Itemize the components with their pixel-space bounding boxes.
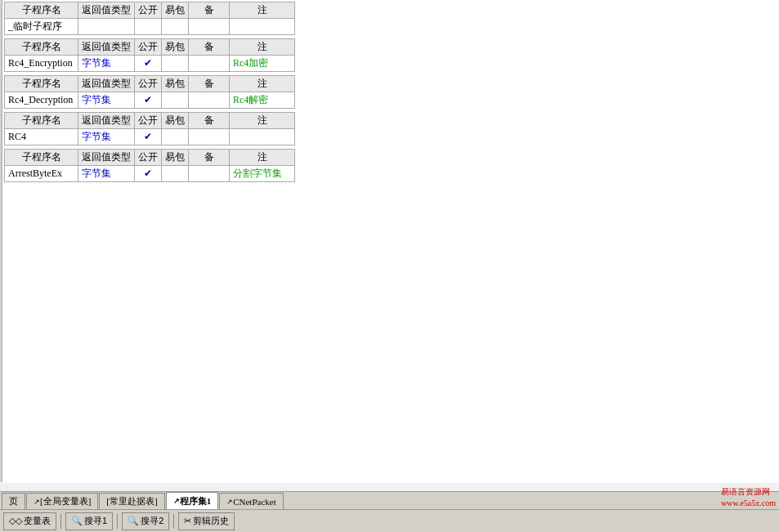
bottom-tabs: 页 ↗ [全局变量表] [常里赴据表] ↗ 程序集1 ↗ CNetPacket (0, 491, 779, 509)
tab-arrow-icon3: ↗ (226, 498, 233, 506)
cell-name: ArrestByteEx (5, 166, 78, 182)
col-header-note1: 备 (189, 113, 230, 129)
cell-remark: Rc4解密 (230, 92, 295, 109)
search1-button[interactable]: 🔍 搜寻1 (65, 512, 113, 530)
search1-icon: 🔍 (71, 516, 83, 526)
cell-type (78, 19, 135, 35)
col-header-note1: 备 (189, 39, 230, 56)
tab-program-set1[interactable]: ↗ 程序集1 (166, 492, 219, 509)
table-arrest: 子程序名 返回值类型 公开 易包 备 注 ArrestByteEx 字节集 ✔ … (4, 149, 295, 182)
cell-public: ✔ (135, 56, 162, 72)
col-header-note1: 备 (189, 76, 230, 92)
col-header-note1: 备 (189, 150, 230, 166)
cell-note1 (189, 56, 230, 72)
tab-page[interactable]: 页 (2, 493, 25, 509)
col-header-easy: 易包 (162, 76, 189, 92)
col-header-name: 子程序名 (5, 113, 78, 129)
cell-public: ✔ (135, 166, 162, 182)
tab-cnetpacket-label: CNetPacket (233, 497, 276, 507)
table-temp: 子程序名 返回值类型 公开 易包 备 注 _临时子程序 (4, 2, 295, 35)
col-header-type: 返回值类型 (78, 76, 135, 92)
cell-easy (162, 129, 189, 145)
col-header-note2: 注 (230, 76, 295, 92)
watermark: 易语言资源网 www.e5a5x.com (721, 486, 776, 507)
separator3 (173, 514, 174, 529)
cell-note1 (189, 92, 230, 109)
search2-button[interactable]: 🔍 搜寻2 (122, 512, 169, 530)
bottom-toolbar: ◇◇ 变量表 🔍 搜寻1 🔍 搜寻2 ✂ 剪辑历史 (0, 509, 779, 532)
cell-type: 字节集 (78, 129, 135, 145)
table-rc4: 子程序名 返回值类型 公开 易包 备 注 RC4 字节集 ✔ (4, 112, 295, 145)
col-header-public: 公开 (135, 150, 162, 166)
clip-icon: ✂ (184, 516, 191, 526)
table-row[interactable]: RC4 字节集 ✔ (5, 129, 295, 145)
cell-remark (230, 19, 295, 35)
cell-easy (162, 19, 189, 35)
variable-table-icon: ◇◇ (9, 516, 22, 526)
variable-table-label: 变量表 (24, 515, 51, 527)
col-header-name: 子程序名 (5, 76, 78, 92)
separator2 (117, 514, 118, 529)
cell-remark: 分割字节集 (230, 166, 295, 182)
cell-name: Rc4_Decryption (5, 92, 78, 109)
main-content: 子程序名 返回值类型 公开 易包 备 注 _临时子程序 子程序名 返回值类型 (0, 0, 779, 483)
table-row[interactable]: Rc4_Encryption 字节集 ✔ Rc4加密 (5, 56, 295, 72)
cell-type: 字节集 (78, 56, 135, 72)
cell-easy (162, 166, 189, 182)
tab-global-vars[interactable]: ↗ [全局变量表] (26, 493, 98, 509)
checkmark-icon: ✔ (144, 57, 152, 69)
checkmark-icon: ✔ (144, 131, 152, 142)
cell-remark (230, 129, 295, 145)
watermark-url: www.e5a5x.com (721, 498, 776, 507)
col-header-easy: 易包 (162, 39, 189, 56)
cell-easy (162, 56, 189, 72)
col-header-name: 子程序名 (5, 39, 78, 56)
table-row[interactable]: Rc4_Decryption 字节集 ✔ Rc4解密 (5, 92, 295, 109)
col-header-public: 公开 (135, 113, 162, 129)
variable-table-button[interactable]: ◇◇ 变量表 (3, 512, 56, 530)
cell-remark: Rc4加密 (230, 56, 295, 72)
col-header-public: 公开 (135, 39, 162, 56)
col-header-note2: 注 (230, 2, 295, 19)
table-row[interactable]: _临时子程序 (5, 19, 295, 35)
cell-note1 (189, 129, 230, 145)
col-header-name: 子程序名 (5, 2, 78, 19)
cell-name: Rc4_Encryption (5, 56, 78, 72)
tab-constants-label: [常里赴据表] (106, 495, 157, 507)
col-header-type: 返回值类型 (78, 39, 135, 56)
col-header-easy: 易包 (162, 113, 189, 129)
cell-note1 (189, 19, 230, 35)
col-header-note2: 注 (230, 150, 295, 166)
table-decryption: 子程序名 返回值类型 公开 易包 备 注 Rc4_Decryption 字节集 … (4, 75, 295, 109)
cell-note1 (189, 166, 230, 182)
col-header-type: 返回值类型 (78, 113, 135, 129)
tab-program-set1-label: 程序集1 (180, 495, 212, 507)
cell-name: RC4 (5, 129, 78, 145)
col-header-type: 返回值类型 (78, 150, 135, 166)
cell-public (135, 19, 162, 35)
search2-label: 搜寻2 (141, 515, 163, 527)
tab-cnetpacket[interactable]: ↗ CNetPacket (219, 493, 284, 509)
checkmark-icon: ✔ (144, 168, 152, 179)
cell-type: 字节集 (78, 166, 135, 182)
cell-public: ✔ (135, 92, 162, 109)
col-header-note2: 注 (230, 39, 295, 56)
col-header-public: 公开 (135, 76, 162, 92)
search1-label: 搜寻1 (84, 515, 107, 527)
col-header-easy: 易包 (162, 150, 189, 166)
cell-public: ✔ (135, 129, 162, 145)
tab-arrow-icon: ↗ (34, 498, 40, 506)
table-row[interactable]: ArrestByteEx 字节集 ✔ 分割字节集 (5, 166, 295, 182)
clip-history-label: 剪辑历史 (193, 515, 229, 527)
tab-constants[interactable]: [常里赴据表] (99, 493, 164, 509)
col-header-public: 公开 (135, 2, 162, 19)
checkmark-icon: ✔ (144, 94, 152, 105)
tab-arrow-icon2: ↗ (173, 497, 180, 505)
col-header-type: 返回值类型 (78, 2, 135, 19)
cell-name: _临时子程序 (5, 19, 78, 35)
col-header-easy: 易包 (162, 2, 189, 19)
content-area: 子程序名 返回值类型 公开 易包 备 注 _临时子程序 子程序名 返回值类型 (4, 2, 777, 182)
col-header-note2: 注 (230, 113, 295, 129)
clip-history-button[interactable]: ✂ 剪辑历史 (178, 512, 235, 530)
table-encryption: 子程序名 返回值类型 公开 易包 备 注 Rc4_Encryption 字节集 … (4, 38, 295, 72)
